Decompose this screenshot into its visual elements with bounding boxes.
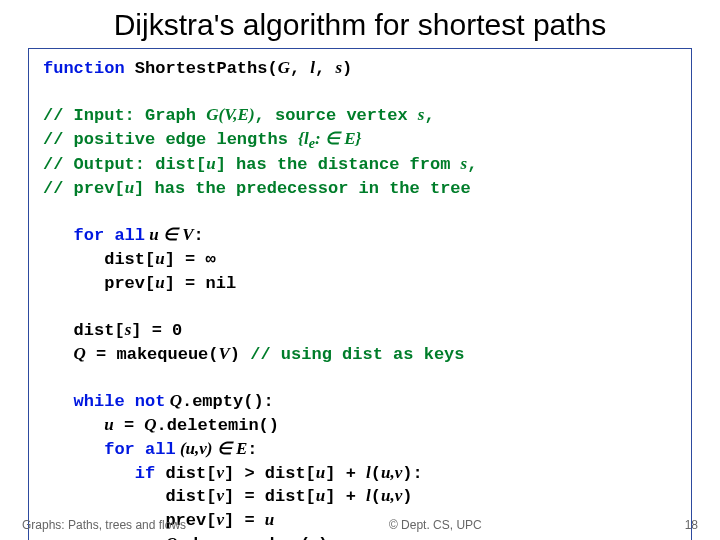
comment-var: u <box>206 154 215 173</box>
comment: // using dist as keys <box>250 345 464 364</box>
blank-line <box>43 81 677 104</box>
comment: // prev[ <box>43 179 125 198</box>
var: u <box>155 273 164 292</box>
code-line: if dist[v] > dist[u] + l(u,v): <box>43 462 677 486</box>
text: .empty(): <box>182 392 274 411</box>
text: dist[ <box>155 464 216 483</box>
comment: // Output: dist[ <box>43 155 206 174</box>
text: ] = dist[ <box>224 487 316 506</box>
text: ( <box>371 464 381 483</box>
keyword: while not <box>74 392 166 411</box>
slide-title: Dijkstra's algorithm for shortest paths <box>0 0 720 48</box>
code-line: dist[v] = dist[u] + l(u,v) <box>43 485 677 509</box>
text: .decreasekey( <box>178 535 311 540</box>
slide-footer: Graphs: Paths, trees and flows © Dept. C… <box>0 518 720 532</box>
var: Q <box>144 415 156 434</box>
text: dist[ <box>165 487 216 506</box>
comment-var: : ∈ E} <box>315 129 361 148</box>
var: Q <box>165 391 182 410</box>
comment: ] has the predecessor in the tree <box>134 179 471 198</box>
footer-center: © Dept. CS, UPC <box>389 518 482 532</box>
comment: // positive edge lengths <box>43 130 298 149</box>
comment: // Input: Graph <box>43 106 206 125</box>
expr: (u,v) ∈ E <box>176 439 248 458</box>
text: .deletemin() <box>157 416 279 435</box>
text: ) <box>318 535 328 540</box>
comment-line: // positive edge lengths {le: ∈ E} <box>43 128 677 154</box>
var: Q <box>74 344 86 363</box>
comment: ] has the distance from <box>216 155 461 174</box>
var: Q <box>165 534 177 540</box>
text: ): <box>402 464 422 483</box>
var: u <box>104 415 113 434</box>
comment-var: u <box>125 178 134 197</box>
var: v <box>216 463 224 482</box>
code-line: dist[u] = ∞ <box>43 248 677 272</box>
text: dist[ <box>74 321 125 340</box>
blank-line <box>43 296 677 319</box>
expr: u ∈ V <box>145 225 194 244</box>
page-number: 18 <box>685 518 698 532</box>
blank-line <box>43 367 677 390</box>
var: v <box>216 486 224 505</box>
comment-var: G(V,E) <box>206 105 254 124</box>
text: ] = ∞ <box>165 250 216 269</box>
code-line: function ShortestPaths(G, l, s) <box>43 57 677 81</box>
pseudocode-box: function ShortestPaths(G, l, s) // Input… <box>28 48 692 540</box>
footer-left: Graphs: Paths, trees and flows <box>22 518 186 532</box>
text: ) <box>402 487 412 506</box>
keyword: function <box>43 59 125 78</box>
comment-line: // Output: dist[u] has the distance from… <box>43 153 677 177</box>
text: , <box>290 59 310 78</box>
blank-line <box>43 201 677 224</box>
var: u <box>316 486 325 505</box>
keyword: if <box>135 464 155 483</box>
code-line: while not Q.empty(): <box>43 390 677 414</box>
text: = makequeue( <box>86 345 219 364</box>
var: u <box>155 249 164 268</box>
var: V <box>219 344 230 363</box>
keyword: for all <box>74 226 145 245</box>
text: , <box>315 59 335 78</box>
text: = <box>114 416 145 435</box>
text: ] + <box>325 487 366 506</box>
comment: , source vertex <box>255 106 418 125</box>
code-line: Q = makequeue(V) // using dist as keys <box>43 343 677 367</box>
text: : <box>194 226 204 245</box>
function-name: ShortestPaths( <box>135 59 278 78</box>
text: ) <box>342 59 352 78</box>
text: prev[ <box>104 274 155 293</box>
code-line: prev[u] = nil <box>43 272 677 296</box>
text: ] = nil <box>165 274 236 293</box>
code-line: dist[s] = 0 <box>43 319 677 343</box>
var: u <box>316 463 325 482</box>
text: ( <box>371 487 381 506</box>
var: v <box>310 534 318 540</box>
code-line: for all u ∈ V: <box>43 224 677 248</box>
code-line: Q.decreasekey(v) <box>43 533 677 540</box>
comment-var: {l <box>298 129 309 148</box>
var: u,v <box>381 463 402 482</box>
text: : <box>247 440 257 459</box>
comment-line: // prev[u] has the predecessor in the tr… <box>43 177 677 201</box>
comment: , <box>467 155 477 174</box>
text: ] + <box>325 464 366 483</box>
keyword: for all <box>104 440 175 459</box>
text: ] > dist[ <box>224 464 316 483</box>
arg: G <box>278 58 290 77</box>
code-line: for all (u,v) ∈ E: <box>43 438 677 462</box>
comment-line: // Input: Graph G(V,E), source vertex s, <box>43 104 677 128</box>
text: dist[ <box>104 250 155 269</box>
code-line: u = Q.deletemin() <box>43 414 677 438</box>
text: ] = 0 <box>131 321 182 340</box>
comment: , <box>424 106 434 125</box>
var: u,v <box>381 486 402 505</box>
text: ) <box>230 345 250 364</box>
